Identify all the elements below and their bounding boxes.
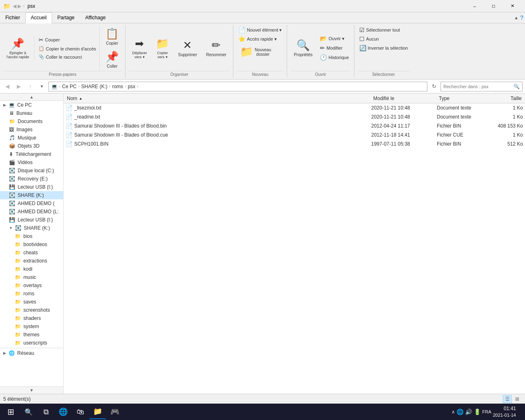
copier-button[interactable]: 📋 Copier [102, 26, 122, 47]
sidebar-item-overlays[interactable]: 📁 overlays [0, 281, 63, 290]
ribbon-help-icon[interactable]: ? [520, 14, 523, 21]
file-row-samurai-cue[interactable]: 📄 Samurai Shodown III - Blades of Blood.… [64, 130, 525, 139]
taskbar-edge[interactable]: 🌐 [55, 404, 71, 419]
aucun-button[interactable]: ☐ Aucun [358, 35, 381, 43]
historique-button[interactable]: 🕐 Historique [318, 53, 351, 62]
battery-icon[interactable]: 🔋 [474, 409, 481, 415]
sidebar-item-roms[interactable]: 📁 roms [0, 290, 63, 298]
volume-icon[interactable]: 🔊 [465, 409, 472, 415]
taskbar-search-button[interactable]: 🔍 [21, 404, 37, 419]
network-icon[interactable]: 🌐 [457, 409, 463, 415]
sidebar-item-cepc[interactable]: ▶ 💻 Ce PC [0, 101, 63, 109]
ouvrir-button[interactable]: 📂 Ouvrir ▾ [318, 34, 351, 43]
col-header-name[interactable]: Nom [65, 96, 372, 101]
sidebar-item-extractions[interactable]: 📁 extractions [0, 257, 63, 265]
tab-fichier[interactable]: Fichier [0, 12, 25, 23]
sidebar-item-musique[interactable]: 🎵 Musique [0, 134, 63, 142]
address-bar[interactable]: 💻 › Ce PC › SHARE (K:) › roms › psx › [48, 82, 427, 91]
minimize-button[interactable]: – [465, 0, 484, 12]
taskbar-game[interactable]: 🎮 [107, 404, 123, 419]
couper-button[interactable]: ✂ Couper [37, 36, 98, 44]
forward-button[interactable]: ▶ [14, 82, 24, 91]
proprietes-button[interactable]: 🔍 Propriétés [290, 37, 316, 59]
nouveau-dossier-button[interactable]: 📁 Nouveaudossier [237, 44, 274, 60]
taskbar-task-view[interactable]: ⧉ [38, 404, 54, 419]
sidebar-item-themes[interactable]: 📁 themes [0, 331, 63, 339]
search-box[interactable]: 🔍 [441, 82, 523, 91]
sidebar-item-music[interactable]: 📁 music [0, 273, 63, 281]
sidebar-item-screenshots[interactable]: 📁 screenshots [0, 306, 63, 314]
taskbar-store[interactable]: 🛍 [72, 404, 89, 419]
epingler-button[interactable]: 📌 Épingler àl'accès rapide [3, 36, 32, 61]
title-bar-controls[interactable]: – ◻ ✕ [465, 0, 522, 12]
copier-vers-button[interactable]: 📁 Copiervers ▾ [153, 36, 172, 61]
acces-rapide-button[interactable]: ⭐ Accès rapide ▾ [237, 35, 278, 43]
sidebar-item-userscripts[interactable]: 📁 userscripts [0, 339, 63, 347]
file-row-lisezmoi[interactable]: 📄 _lisezmoi.txt 2020-11-21 10:48 Documen… [64, 103, 525, 112]
supprimer-button[interactable]: ✕ Supprimer [175, 37, 200, 59]
address-part-psx[interactable]: psx [128, 84, 135, 89]
sidebar-scroll-down[interactable]: ▼ [0, 386, 63, 394]
sidebar-scroll-up[interactable]: ▲ [0, 94, 63, 101]
start-button[interactable]: ⊞ [2, 404, 20, 419]
sidebar-item-share-k[interactable]: 💽 SHARE (K:) [0, 191, 63, 199]
sidebar-item-recovery[interactable]: 💽 Recovery (E:) [0, 175, 63, 183]
sidebar-item-reseau[interactable]: ▶ 🌐 Réseau [0, 349, 63, 357]
up-button[interactable]: ↑ [25, 82, 35, 91]
sidebar-item-ahmed-demo-2[interactable]: 💽 AHMED DEMO (L: [0, 208, 63, 216]
sidebar-item-videos[interactable]: 🎬 Vidéos [0, 158, 63, 167]
sidebar-item-shaders[interactable]: 📁 shaders [0, 314, 63, 322]
taskbar-corner[interactable] [518, 404, 520, 419]
file-row-readme[interactable]: 📄 _readme.txt 2020-11-21 10:48 Document … [64, 112, 525, 121]
col-header-size[interactable]: Taille [486, 96, 523, 101]
selectionner-tout-button[interactable]: ☑ Sélectionner tout [358, 26, 402, 34]
address-part-roms[interactable]: roms [112, 84, 123, 89]
col-header-date[interactable]: Modifié le [372, 96, 437, 101]
coller-raccourci-button[interactable]: 📎 Coller le raccourci [37, 53, 98, 60]
sidebar-item-ahmed-demo-1[interactable]: 💽 AHMED DEMO ( [0, 199, 63, 208]
coller-button[interactable]: 📌 Coller [102, 49, 122, 70]
tray-arrow-icon[interactable]: ∧ [452, 409, 455, 415]
close-button[interactable]: ✕ [503, 0, 522, 12]
deplacer-button[interactable]: ➡ Déplacervers ▾ [129, 36, 150, 61]
recent-button[interactable]: ▼ [37, 82, 47, 91]
tab-affichage[interactable]: Affichage [80, 12, 111, 23]
language-button[interactable]: FRA [482, 409, 491, 414]
maximize-button[interactable]: ◻ [484, 0, 503, 12]
sidebar-item-lecteur-i[interactable]: 💾 Lecteur USB (I:) [0, 183, 63, 191]
sidebar-item-bureau[interactable]: 🖥 Bureau [0, 109, 63, 117]
sidebar-item-kodi[interactable]: 📁 kodi [0, 265, 63, 273]
view-details-button[interactable]: ☰ [503, 395, 512, 403]
address-part-share[interactable]: SHARE (K:) [81, 84, 107, 89]
col-header-type[interactable]: Type [437, 96, 486, 101]
sidebar-item-system[interactable]: 📁 system [0, 322, 63, 331]
address-part-cepc[interactable]: Ce PC [62, 84, 76, 89]
modifier-button[interactable]: ✏ Modifier [318, 44, 351, 52]
sidebar-item-disque-c[interactable]: 💽 Disque local (C:) [0, 167, 63, 175]
sidebar-item-telechargement[interactable]: ⬇ Téléchargement [0, 150, 63, 158]
sidebar-item-bootvideos[interactable]: 📁 bootvideos [0, 240, 63, 249]
view-large-button[interactable]: ⊞ [513, 395, 522, 403]
sidebar-item-saves[interactable]: 📁 saves [0, 298, 63, 306]
nouvel-element-button[interactable]: 📄 Nouvel élément ▾ [237, 26, 284, 34]
search-input[interactable] [443, 84, 512, 89]
sidebar-item-cheats[interactable]: 📁 cheats [0, 249, 63, 257]
tab-accueil[interactable]: Accueil [25, 12, 52, 23]
sidebar-item-documents[interactable]: 📁 Documents [0, 117, 63, 126]
sidebar-item-bios[interactable]: 📁 bios [0, 232, 63, 240]
renommer-button[interactable]: ✏ Renommer [203, 37, 229, 59]
taskbar-clock[interactable]: 01:41 2021-01-14 [493, 405, 516, 418]
taskbar-file-explorer[interactable]: 📁 [89, 404, 106, 419]
back-button[interactable]: ◀ [2, 82, 12, 91]
file-row-scph[interactable]: 📄 SCPH1001.BIN 1997-07-11 05:38 Fichier … [64, 139, 525, 148]
sidebar-item-objets3d[interactable]: 📦 Objets 3D [0, 142, 63, 150]
ribbon-collapse-icon[interactable]: ▲ [514, 15, 518, 20]
inverser-button[interactable]: 🔄 Inverser la sélection [358, 44, 410, 52]
sidebar-item-share-k-expanded[interactable]: ▼ 💽 SHARE (K:) [0, 224, 63, 232]
file-row-samurai-bin[interactable]: 📄 Samurai Shodown III - Blades of Blood.… [64, 121, 525, 130]
copier-chemin-button[interactable]: 📋 Copier le chemin d'accès [37, 45, 98, 52]
tab-partage[interactable]: Partage [52, 12, 80, 23]
sidebar-item-images[interactable]: 🖼 Images [0, 126, 63, 134]
refresh-button[interactable]: ↻ [429, 82, 439, 91]
sidebar-item-lecteur-i2[interactable]: 💾 Lecteur USB (I:) [0, 216, 63, 224]
